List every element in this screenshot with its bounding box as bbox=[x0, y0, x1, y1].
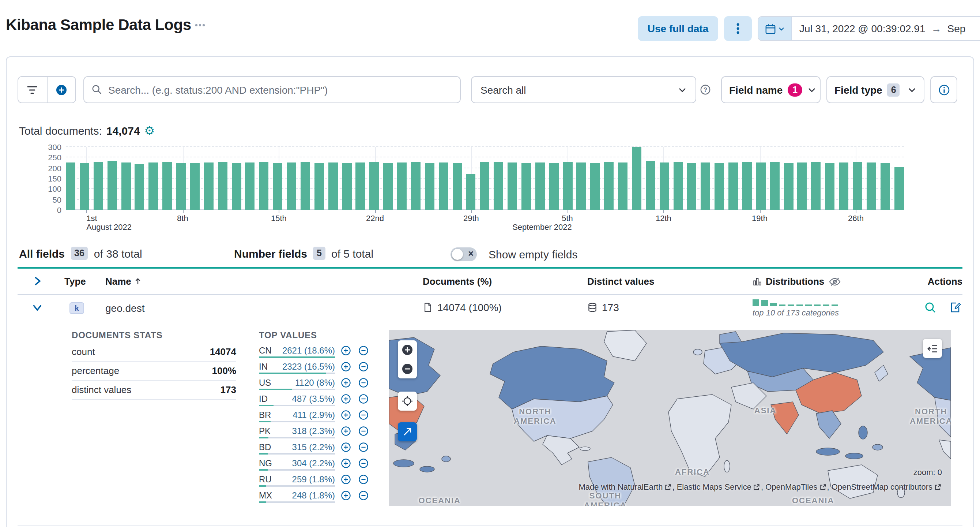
chart-bar[interactable] bbox=[94, 162, 103, 210]
chart-bar[interactable] bbox=[356, 163, 365, 210]
chart-bar[interactable] bbox=[480, 162, 490, 210]
search-scope-select[interactable]: Search all bbox=[471, 76, 696, 103]
chart-bar[interactable] bbox=[397, 163, 407, 210]
chart-bar[interactable] bbox=[259, 162, 269, 210]
filter-for-value-button[interactable] bbox=[341, 426, 351, 436]
chart-bar[interactable] bbox=[853, 161, 862, 210]
attribution-link[interactable]: NaturalEarth bbox=[617, 482, 663, 491]
map-fit-to-data-button[interactable] bbox=[398, 391, 417, 410]
filter-for-value-button[interactable] bbox=[341, 458, 351, 468]
map-legend-toggle-button[interactable] bbox=[923, 339, 942, 358]
chart-bar[interactable] bbox=[742, 162, 752, 210]
filter-for-value-button[interactable] bbox=[341, 378, 351, 388]
filter-for-value-button[interactable] bbox=[341, 362, 351, 372]
chart-bar[interactable] bbox=[452, 163, 462, 210]
chart-bar[interactable] bbox=[714, 163, 724, 210]
chart-bar[interactable] bbox=[825, 163, 834, 210]
chart-bar[interactable] bbox=[204, 162, 213, 210]
use-full-data-button[interactable]: Use full data bbox=[638, 16, 718, 41]
filter-for-value-button[interactable] bbox=[341, 394, 351, 404]
help-icon[interactable]: ? bbox=[700, 84, 711, 98]
column-header-type[interactable]: Type bbox=[64, 276, 86, 287]
date-range-start[interactable]: Jul 31, 2022 @ 00:39:02.91 bbox=[799, 23, 925, 34]
chart-bar[interactable] bbox=[770, 162, 779, 210]
filter-for-value-button[interactable] bbox=[341, 345, 351, 356]
choropleth-map[interactable]: NORTH AMERICANORTH AMERICAASIAAFRICASOUT… bbox=[389, 330, 951, 506]
chart-bar[interactable] bbox=[425, 163, 434, 210]
chart-bar[interactable] bbox=[880, 163, 890, 210]
chart-bar[interactable] bbox=[466, 174, 476, 210]
filter-out-value-button[interactable] bbox=[358, 474, 369, 485]
chart-bar[interactable] bbox=[522, 163, 531, 210]
chart-bar[interactable] bbox=[162, 162, 172, 210]
chart-bar[interactable] bbox=[287, 163, 296, 210]
column-header-distributions[interactable]: Distributions bbox=[752, 276, 824, 287]
field-name-filter-button[interactable]: Field name 1 bbox=[721, 76, 821, 103]
column-header-distinct[interactable]: Distinct values bbox=[587, 276, 655, 287]
chart-bar[interactable] bbox=[673, 162, 683, 210]
column-header-name[interactable]: Name bbox=[105, 276, 142, 287]
filter-out-value-button[interactable] bbox=[358, 490, 369, 501]
chart-bar[interactable] bbox=[590, 163, 600, 210]
title-options-icon[interactable] bbox=[196, 24, 205, 26]
chart-bar[interactable] bbox=[867, 163, 876, 210]
chart-bar[interactable] bbox=[176, 163, 186, 210]
attribution-link[interactable]: OpenMapTiles bbox=[765, 482, 817, 491]
chart-bar[interactable] bbox=[107, 161, 117, 210]
search-input[interactable] bbox=[108, 84, 453, 96]
edit-field-button[interactable] bbox=[949, 302, 961, 313]
date-quick-select-button[interactable] bbox=[759, 17, 792, 40]
filter-for-value-button[interactable] bbox=[341, 474, 351, 485]
chart-bar[interactable] bbox=[301, 162, 310, 210]
chart-bar[interactable] bbox=[797, 163, 807, 210]
chart-bar[interactable] bbox=[604, 162, 614, 210]
chart-bar[interactable] bbox=[80, 163, 89, 210]
chart-bar[interactable] bbox=[342, 164, 352, 210]
chart-bar[interactable] bbox=[535, 162, 545, 210]
chart-bar[interactable] bbox=[66, 162, 75, 210]
chart-bar[interactable] bbox=[273, 163, 282, 210]
info-button[interactable] bbox=[930, 76, 957, 103]
hide-distributions-button[interactable] bbox=[829, 277, 841, 287]
chart-bar[interactable] bbox=[494, 161, 503, 210]
chart-bar[interactable] bbox=[646, 161, 655, 210]
chart-bar[interactable] bbox=[438, 163, 448, 210]
chart-bar[interactable] bbox=[618, 163, 627, 210]
collapse-row-button[interactable] bbox=[32, 302, 42, 313]
map-zoom-in-button[interactable] bbox=[398, 340, 417, 359]
chart-bar[interactable] bbox=[383, 163, 393, 210]
chart-bar[interactable] bbox=[729, 163, 738, 210]
chart-bar[interactable] bbox=[687, 163, 697, 210]
chart-bar[interactable] bbox=[328, 162, 337, 210]
chart-bar[interactable] bbox=[894, 167, 904, 210]
filter-out-value-button[interactable] bbox=[358, 458, 369, 468]
filter-out-value-button[interactable] bbox=[358, 442, 369, 452]
chart-bar[interactable] bbox=[315, 163, 324, 210]
chart-bar[interactable] bbox=[659, 163, 669, 210]
chart-bar[interactable] bbox=[701, 162, 711, 210]
filter-out-value-button[interactable] bbox=[358, 362, 369, 372]
filter-for-value-button[interactable] bbox=[341, 442, 351, 452]
chart-bar[interactable] bbox=[784, 163, 793, 210]
filter-out-value-button[interactable] bbox=[358, 410, 369, 420]
expand-all-button[interactable] bbox=[32, 276, 42, 286]
chart-bar[interactable] bbox=[756, 163, 766, 210]
chart-bar[interactable] bbox=[135, 164, 145, 210]
map-expand-button[interactable] bbox=[398, 422, 417, 441]
chart-bar[interactable] bbox=[370, 162, 379, 210]
chart-bar[interactable] bbox=[121, 163, 130, 210]
column-header-documents[interactable]: Documents (%) bbox=[423, 276, 492, 287]
chart-bar[interactable] bbox=[632, 147, 641, 210]
chart-settings-gear-icon[interactable]: ⚙ bbox=[145, 125, 155, 136]
chart-bar[interactable] bbox=[245, 163, 255, 210]
filter-out-value-button[interactable] bbox=[358, 378, 369, 388]
chart-bar[interactable] bbox=[149, 163, 158, 210]
filter-for-value-button[interactable] bbox=[341, 490, 351, 501]
explore-in-lens-button[interactable] bbox=[924, 302, 936, 313]
chart-bar[interactable] bbox=[839, 162, 848, 210]
add-filter-button[interactable] bbox=[47, 77, 75, 102]
date-range-end[interactable]: Sep bbox=[947, 23, 966, 34]
chart-bar[interactable] bbox=[549, 163, 558, 210]
filter-out-value-button[interactable] bbox=[358, 426, 369, 436]
chart-bar[interactable] bbox=[411, 162, 420, 210]
